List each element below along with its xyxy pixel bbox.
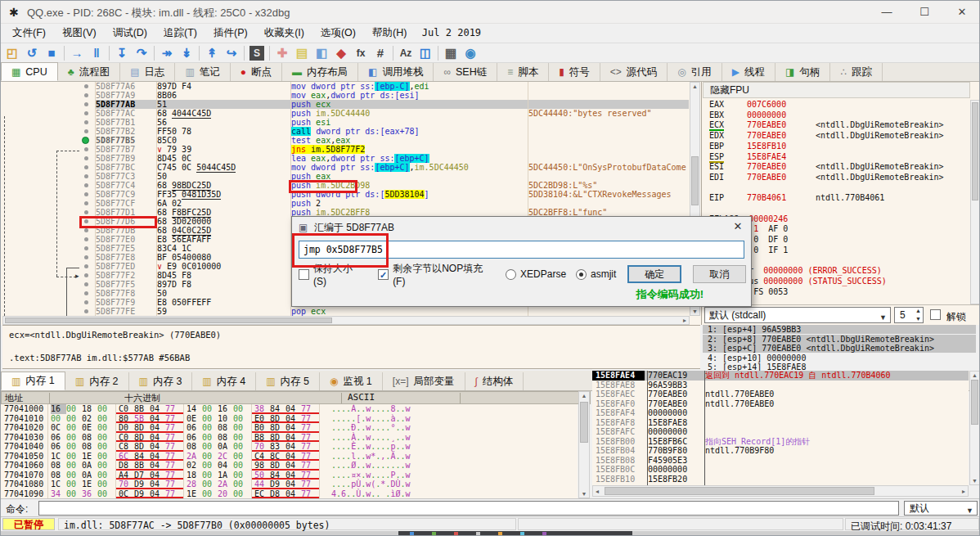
disasm-row[interactable]: 5D8F77BCC745 0C 5044C45Dmov dword ptr ss… bbox=[2, 163, 689, 172]
stop-icon[interactable]: ■ bbox=[42, 44, 61, 62]
menu-item-2[interactable]: 调试(D) bbox=[105, 24, 155, 43]
tab-cpu[interactable]: ▦CPU bbox=[1, 62, 58, 81]
breakpoint-gutter[interactable] bbox=[2, 109, 96, 118]
disasm-row[interactable]: 5D8F77B7∨ 79 39jns im.5D8F77F2 bbox=[2, 145, 689, 154]
disasm-row[interactable]: 5D8F77B585C0test eax,eax bbox=[2, 136, 689, 145]
breakpoint-gutter[interactable] bbox=[2, 271, 96, 280]
dump-row[interactable]: 770410801C001E0070D9047728002A0044D90477… bbox=[1, 480, 578, 489]
tab-handles[interactable]: ◨句柄 bbox=[775, 63, 830, 81]
hash-icon[interactable]: # bbox=[371, 44, 390, 62]
stack-row[interactable]: 15E8FB0C00000000 bbox=[592, 465, 969, 475]
disasm-row[interactable]: 5D8F77AC68 4044C45Dpush im.5DC444405DC44… bbox=[2, 109, 689, 118]
dump-row[interactable]: 7704107008000A00A4D7047718001A0050840477… bbox=[1, 471, 578, 480]
breakpoint-gutter[interactable] bbox=[2, 163, 96, 172]
animate-into-icon[interactable]: ↠ bbox=[157, 44, 177, 62]
breakpoint-gutter[interactable] bbox=[2, 244, 96, 253]
pause-icon[interactable]: ‖ bbox=[87, 44, 106, 62]
restart-icon[interactable]: ↺ bbox=[22, 44, 42, 62]
patches-icon[interactable]: ✚ bbox=[272, 44, 292, 62]
close-button[interactable]: ✕ bbox=[943, 1, 980, 24]
maximize-button[interactable]: ☐ bbox=[906, 1, 943, 24]
menu-item-7[interactable]: 帮助(H) bbox=[364, 24, 415, 43]
memory-dump-panel[interactable]: 7704100016001800C08B04771400160038840477… bbox=[1, 404, 578, 498]
tab-locals[interactable]: [x=]局部变量 bbox=[383, 372, 465, 390]
labels-icon[interactable]: ◧ bbox=[312, 44, 331, 62]
step-over-icon[interactable]: ↷ bbox=[132, 44, 151, 62]
nop-fill-checkbox[interactable]: ✓ bbox=[378, 269, 389, 280]
stack-row[interactable]: 15E8FAF0770EABE0ntdll.770EABE0 bbox=[592, 399, 969, 409]
asmjit-radio[interactable] bbox=[576, 269, 587, 280]
menu-item-6[interactable]: 选项(O) bbox=[312, 24, 364, 43]
menu-item-3[interactable]: 追踪(T) bbox=[155, 24, 205, 43]
arguments-panel[interactable]: 1: [esp+4] 96A59BB32: [esp+8] 770EABE0 <… bbox=[703, 325, 980, 374]
argument-row[interactable]: 3: [esp+C] 770EABE0 <ntdll.DbgUiRemoteBr… bbox=[703, 344, 976, 353]
dump-row[interactable]: 7704103006000800C08D047706000800B88D0477… bbox=[1, 433, 578, 443]
registers-vscrollbar[interactable] bbox=[970, 100, 980, 304]
breakpoint-gutter[interactable] bbox=[2, 190, 96, 199]
tab-trace[interactable]: ∴跟踪 bbox=[830, 63, 883, 81]
breakpoint-gutter[interactable] bbox=[2, 154, 96, 163]
minimize-button[interactable]: — bbox=[868, 1, 906, 24]
breakpoint-gutter[interactable] bbox=[2, 100, 96, 109]
breakpoint-gutter[interactable] bbox=[2, 235, 96, 244]
taskbar-app-icon[interactable] bbox=[520, 532, 524, 536]
breakpoint-gutter[interactable] bbox=[2, 289, 96, 298]
tab-script[interactable]: ≡脚本 bbox=[497, 63, 549, 81]
tab-dump-5[interactable]: ▥内存 5 bbox=[256, 372, 320, 390]
stack-vscrollbar[interactable]: ▲ ▼ bbox=[969, 371, 980, 485]
open-file-icon[interactable]: ◰ bbox=[2, 44, 22, 62]
breakpoint-gutter[interactable] bbox=[2, 307, 96, 316]
tab-breakpoints[interactable]: ●断点 bbox=[231, 63, 282, 81]
run-icon[interactable]: → bbox=[67, 44, 87, 62]
bookmarks-icon[interactable]: ◆ bbox=[331, 44, 351, 62]
disasm-row[interactable]: 5D8F77A6897D F4mov dword ptr ss:[ebp-C],… bbox=[2, 82, 689, 91]
arg-count-spinner[interactable]: 5 ▲▼ bbox=[894, 307, 924, 323]
disasm-row[interactable]: 5D8F77FE59pop ecx bbox=[2, 307, 689, 316]
breakpoint-gutter[interactable] bbox=[2, 82, 96, 91]
disasm-hscrollbar[interactable]: ▸ bbox=[2, 316, 690, 325]
disasm-row[interactable]: 5D8F77B2FF50 78call dword ptr ds:[eax+78… bbox=[2, 127, 689, 136]
tab-references[interactable]: ◎引用 bbox=[668, 63, 722, 81]
command-profile-dropdown[interactable]: ▼ 默认 bbox=[904, 501, 978, 516]
dialog-close-icon[interactable]: ✕ bbox=[727, 220, 748, 235]
calling-convention-dropdown[interactable]: ▼ 默认 (stdcall) bbox=[704, 307, 891, 323]
call-tree-icon[interactable]: ◫ bbox=[416, 44, 435, 62]
step-into-icon[interactable]: ↧ bbox=[112, 44, 132, 62]
run-to-user-code-icon[interactable]: ↪ bbox=[222, 44, 241, 62]
ok-button[interactable]: 确定 bbox=[627, 265, 681, 283]
breakpoint-gutter[interactable] bbox=[2, 262, 96, 271]
breakpoint-gutter[interactable] bbox=[2, 280, 96, 289]
tab-struct[interactable]: ∫结构体 bbox=[465, 372, 524, 390]
comments-icon[interactable]: ▤ bbox=[292, 44, 312, 62]
dump-row[interactable]: 770410501C001E006C8404772A002C00C48C0477… bbox=[1, 452, 578, 462]
tab-dump-4[interactable]: ▥内存 4 bbox=[192, 372, 256, 390]
tab-graph[interactable]: ♣流程图 bbox=[58, 63, 120, 81]
breakpoint-gutter[interactable] bbox=[2, 91, 96, 100]
breakpoint-gutter[interactable] bbox=[2, 118, 96, 127]
disasm-row[interactable]: 5D8F77B98D45 0Clea eax,dword ptr ss:[ebp… bbox=[2, 154, 689, 163]
dump-row[interactable]: 7704100016001800C08B04771400160038840477… bbox=[1, 404, 578, 414]
menu-item-0[interactable]: 文件(F) bbox=[4, 24, 54, 43]
disasm-row[interactable]: 5D8F77A98B06mov eax,dword ptr ds:[esi] bbox=[2, 91, 689, 100]
stack-row[interactable]: 15E8FB0015E8FB6C指向SEH_Record[1]的指针 bbox=[592, 437, 969, 447]
stack-row[interactable]: 15E8FAF400000000 bbox=[592, 408, 969, 418]
calculator-icon[interactable]: ▦ bbox=[441, 44, 461, 62]
taskbar-app-icon[interactable] bbox=[498, 532, 502, 536]
tab-seh[interactable]: ∞SEH链 bbox=[434, 63, 497, 81]
taskbar-app-icon[interactable] bbox=[410, 532, 414, 536]
dump-row[interactable]: 7704104006000800C88D047708000A0070830477… bbox=[1, 442, 578, 452]
stack-row[interactable]: 15E8FB1015E8FB20 bbox=[592, 475, 969, 484]
cancel-button[interactable]: 取消 bbox=[693, 265, 746, 283]
unlock-checkbox[interactable] bbox=[930, 309, 941, 320]
stack-row[interactable]: 15E8FAE4770EAC19返回到 ntdll.770EAC19 自 ntd… bbox=[592, 371, 969, 381]
menu-item-1[interactable]: 视图(V) bbox=[54, 24, 105, 43]
breakpoint-gutter[interactable] bbox=[2, 172, 96, 181]
taskbar-app-icon[interactable] bbox=[432, 532, 436, 536]
xedparse-radio[interactable] bbox=[506, 269, 516, 280]
taskbar-app-icon[interactable] bbox=[542, 532, 546, 536]
stack-hscrollbar[interactable]: ◂ ▸ bbox=[592, 485, 969, 497]
strings-icon[interactable]: S bbox=[249, 46, 264, 61]
breakpoint-gutter[interactable] bbox=[2, 145, 96, 154]
tab-threads[interactable]: ▶线程 bbox=[722, 63, 775, 81]
stack-row[interactable]: 15E8FAFC00000000 bbox=[592, 427, 969, 437]
